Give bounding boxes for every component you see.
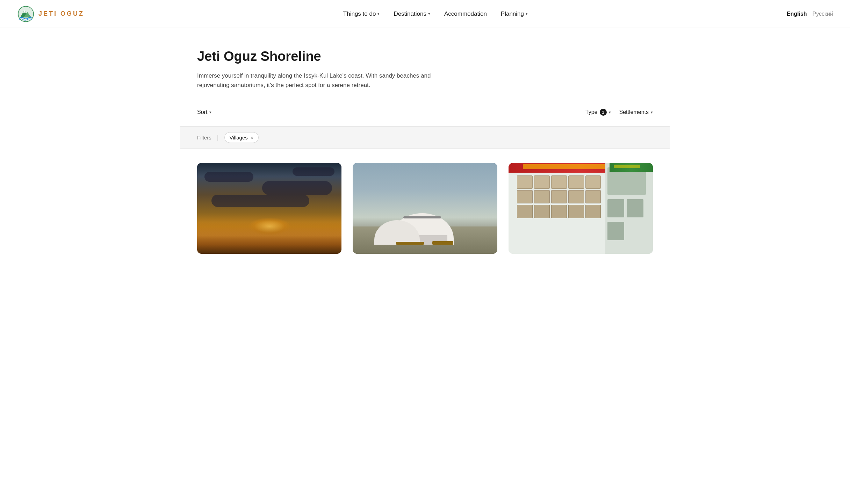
portrait-6 [517, 190, 533, 203]
filter-right-controls: Type 1 ▾ Settlements ▾ [585, 107, 653, 118]
card-image-museum [509, 163, 653, 254]
right-wall [605, 163, 653, 254]
right-frame-3 [607, 222, 624, 240]
settlements-filter-button[interactable]: Settlements ▾ [619, 107, 653, 117]
table-1 [432, 241, 453, 245]
right-frame-1 [607, 199, 624, 217]
nav-things-to-do[interactable]: Things to do ▾ [343, 10, 380, 17]
settlements-chevron-icon: ▾ [651, 110, 653, 115]
portrait-9 [568, 190, 584, 203]
type-chevron-icon: ▾ [609, 110, 611, 115]
nav-accommodation[interactable]: Accommodation [444, 10, 487, 17]
portrait-11 [517, 205, 533, 218]
card-museum[interactable] [509, 163, 653, 254]
chevron-down-icon: ▾ [428, 12, 430, 16]
logo-icon [17, 5, 35, 23]
portrait-grid-main [516, 174, 602, 219]
villages-filter-tag[interactable]: Villages × [224, 132, 259, 143]
main-nav: Things to do ▾ Destinations ▾ Accommodat… [343, 10, 528, 17]
lang-english[interactable]: English [787, 11, 807, 17]
page-title: Jeti Oguz Shoreline [197, 49, 653, 64]
filters-label: Filters [197, 135, 211, 141]
type-filter-badge: 1 [600, 109, 607, 116]
card-image-yurts [353, 163, 497, 254]
lang-russian[interactable]: Русский [813, 11, 833, 17]
page-description: Immerse yourself in tranquility along th… [197, 71, 435, 90]
yurt-band [403, 216, 441, 218]
filter-bar: Sort ▾ Type 1 ▾ Settlements ▾ [197, 107, 653, 118]
card-sunset[interactable] [197, 163, 341, 254]
right-frame-2 [627, 199, 643, 217]
language-switcher: English Русский [787, 11, 833, 17]
site-logo[interactable]: JETI OGUZ [17, 5, 84, 23]
green-banner [610, 163, 653, 172]
portrait-2 [534, 175, 550, 189]
nav-planning[interactable]: Planning ▾ [501, 10, 528, 17]
portrait-8 [551, 190, 567, 203]
portrait-10 [585, 190, 601, 203]
chevron-down-icon: ▾ [377, 12, 380, 16]
sort-chevron-icon: ▾ [209, 110, 211, 115]
active-filters-row: Filters | Villages × [180, 126, 670, 149]
sun-reflection [248, 217, 291, 236]
portrait-3 [551, 175, 567, 189]
portrait-13 [551, 205, 567, 218]
portrait-12 [534, 205, 550, 218]
card-yurts[interactable] [353, 163, 497, 254]
portrait-1 [517, 175, 533, 189]
remove-villages-filter-icon[interactable]: × [251, 135, 253, 141]
portrait-15 [585, 205, 601, 218]
portrait-5 [585, 175, 601, 189]
type-filter-button[interactable]: Type 1 ▾ [585, 107, 611, 118]
cloud-4 [211, 195, 309, 207]
portrait-4 [568, 175, 584, 189]
card-image-sunset [197, 163, 341, 254]
chevron-down-icon: ▾ [526, 12, 528, 16]
nav-destinations[interactable]: Destinations ▾ [394, 10, 430, 17]
cloud-1 [204, 172, 253, 182]
logo-text: JETI OGUZ [38, 10, 84, 17]
banner-text-2 [614, 165, 640, 168]
cloud-2 [262, 181, 332, 195]
cloud-3 [293, 167, 334, 176]
portrait-14 [568, 205, 584, 218]
table-2 [396, 242, 424, 245]
filters-divider: | [217, 134, 219, 141]
portrait-7 [534, 190, 550, 203]
banner-text [523, 164, 610, 169]
sort-button[interactable]: Sort ▾ [197, 107, 211, 117]
cards-grid [197, 163, 653, 254]
